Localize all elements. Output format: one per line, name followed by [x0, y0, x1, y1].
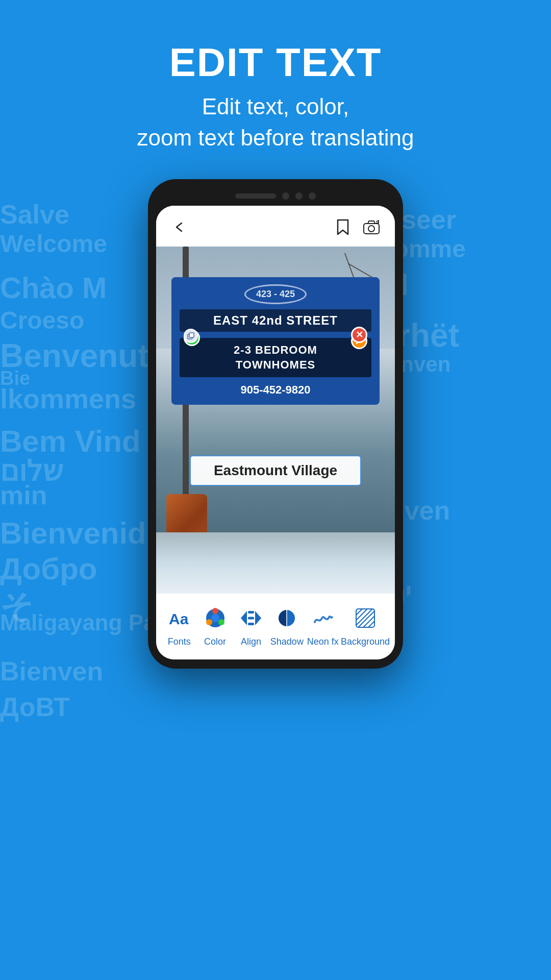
svg-point-9	[206, 619, 212, 625]
svg-line-23	[368, 621, 374, 627]
shadow-icon	[272, 604, 301, 632]
align-label: Align	[241, 636, 261, 647]
svg-point-8	[218, 619, 224, 625]
app-header	[156, 206, 395, 247]
ground-snow	[156, 532, 395, 594]
phone-screen: 423 - 425 EAST 42nd STREET	[156, 206, 395, 659]
toolbar-item-background[interactable]: Background	[341, 604, 390, 647]
toolbar-item-color[interactable]: Color	[197, 604, 233, 647]
bookmark-button[interactable]	[334, 218, 352, 236]
svg-point-7	[212, 608, 218, 614]
svg-rect-4	[189, 333, 194, 337]
svg-rect-13	[248, 611, 254, 614]
color-label: Color	[204, 636, 226, 647]
camera-action-button[interactable]	[362, 218, 381, 236]
main-title: EDIT TEXT	[137, 41, 414, 85]
svg-line-19	[356, 609, 367, 620]
phone-frame: 423 - 425 EAST 42nd STREET	[148, 179, 403, 669]
phone-camera	[282, 192, 289, 200]
svg-point-10	[211, 614, 219, 622]
handle-close[interactable]: ✕	[351, 327, 367, 343]
svg-line-22	[363, 616, 374, 627]
header-right-icons	[334, 218, 381, 236]
svg-point-1	[368, 226, 374, 232]
bedroom-line1: 2-3 BEDROOM	[187, 343, 364, 358]
toolbar-item-neon[interactable]: Neon fx	[305, 604, 341, 647]
fonts-label: Fonts	[168, 636, 191, 647]
sign-oval: 423 - 425	[244, 284, 307, 304]
align-icon	[237, 604, 265, 632]
neon-icon	[309, 604, 337, 632]
svg-line-18	[356, 609, 362, 615]
blue-sign-board: 423 - 425 EAST 42nd STREET	[171, 277, 380, 405]
toolbar-items: Aa Fonts	[161, 604, 390, 647]
phone-mockup: 423 - 425 EAST 42nd STREET	[148, 179, 403, 669]
subtitle: Edit text, color, zoom text before trans…	[137, 91, 414, 154]
fonts-icon: Aa	[165, 604, 193, 632]
back-button[interactable]	[170, 218, 189, 236]
header-section: EDIT TEXT Edit text, color, zoom text be…	[137, 0, 414, 174]
toolbar-item-shadow[interactable]: Shadow	[269, 604, 305, 647]
shadow-label: Shadow	[270, 636, 304, 647]
street-name-text: EAST 42nd STREET	[187, 313, 364, 328]
phone-sensor	[295, 192, 303, 200]
photo-area: 423 - 425 EAST 42nd STREET	[156, 247, 395, 594]
handle-copy[interactable]	[184, 329, 198, 343]
phone-sensor2	[309, 192, 316, 200]
text-select-overlay[interactable]: Eastmount Village	[190, 455, 361, 486]
village-name-text: Eastmount Village	[214, 462, 337, 479]
sign-address: 423 - 425	[256, 289, 295, 299]
svg-rect-14	[248, 617, 254, 619]
svg-rect-15	[248, 623, 254, 625]
svg-marker-11	[241, 611, 247, 625]
toolbar-item-align[interactable]: Align	[233, 604, 269, 647]
toolbar-item-fonts[interactable]: Aa Fonts	[161, 604, 197, 647]
color-icon	[201, 604, 230, 632]
phone-top-bar	[156, 188, 395, 204]
street-name-row: EAST 42nd STREET	[180, 309, 371, 332]
background-label: Background	[341, 636, 390, 647]
svg-text:Aa: Aa	[169, 610, 189, 627]
svg-marker-12	[255, 611, 261, 625]
background-icon	[351, 604, 380, 632]
bottom-toolbar: Aa Fonts	[156, 594, 395, 659]
bedroom-line2: TOWNHOMES	[187, 358, 364, 373]
phone-speaker	[235, 193, 276, 199]
page-content: EDIT TEXT Edit text, color, zoom text be…	[0, 0, 551, 980]
neon-label: Neon fx	[307, 636, 339, 647]
bedroom-row: 2-3 BEDROOM TOWNHOMES	[180, 338, 371, 377]
sign-phone: 905-452-9820	[180, 383, 371, 397]
